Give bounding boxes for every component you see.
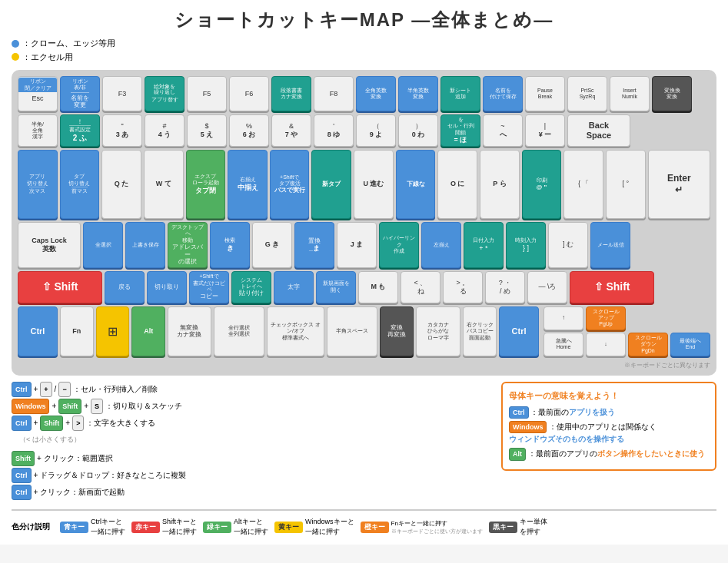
key-g[interactable]: G き [252, 222, 292, 268]
key-f8[interactable]: F8 [314, 76, 354, 111]
key-h[interactable]: 置換 _ま [294, 222, 334, 268]
key-home[interactable]: ↑ [544, 306, 583, 330]
key-comma[interactable]: < 、 ね [401, 271, 440, 303]
key-colon[interactable]: 時刻入力 } ] [506, 222, 546, 268]
cl-orange-desc: Fnキーと一緒に押す※キーボードごとに使い方が違います [391, 519, 483, 535]
key-q[interactable]: Q た [101, 150, 141, 219]
key-f12[interactable]: 名前を付けて保存 [483, 76, 523, 111]
yellow-dot [12, 53, 19, 61]
key-tab2[interactable]: タブ切り替え 前マス [60, 150, 100, 219]
key-3[interactable]: # 4 う [145, 114, 184, 147]
key-8[interactable]: （ 9 よ [356, 114, 396, 147]
key-e[interactable]: エクスプローラ起動 タブ閉 [186, 150, 226, 219]
key-f9[interactable]: 全角英数変換 [356, 76, 396, 111]
key-ctrl-right[interactable]: Ctrl [499, 306, 539, 356]
key-insert[interactable]: InsertNumIk [610, 76, 650, 111]
key-t[interactable]: +Shiftでタブ復活 バスで実行 [270, 150, 310, 219]
key-f10[interactable]: 半角英数変換 [398, 76, 438, 111]
key-pause[interactable]: PauseBreak [525, 76, 565, 111]
key-pgdn[interactable]: スクロールダウン PgDn [628, 333, 668, 356]
key-j[interactable]: J ま [337, 222, 377, 268]
key-f11[interactable]: 新シート追加 [440, 76, 480, 111]
shortcut-1: Ctrl + + / − ：セル・行列挿入／削除 [12, 382, 494, 397]
key-9[interactable]: ） 0 わ [398, 114, 438, 147]
key-minus[interactable]: ~ へ [483, 114, 523, 147]
key-capslock[interactable]: Caps Lock英数 [18, 222, 81, 268]
key-f2[interactable]: F3 [102, 76, 142, 111]
key-k[interactable]: ハイパーリンク作成 [379, 222, 419, 268]
key-f[interactable]: 検索 き [210, 222, 250, 268]
key-left[interactable]: 急騰へHome [544, 333, 583, 356]
key-f6[interactable]: F6 [229, 76, 269, 111]
key-x[interactable]: 切り取り [147, 271, 187, 303]
key-katakana[interactable]: カタカナひらがなローマ字 [416, 306, 460, 356]
key-u[interactable]: U 進む [354, 150, 394, 219]
key-o[interactable]: O に [437, 150, 477, 219]
key-p[interactable]: P ら [480, 150, 520, 219]
key-w[interactable]: W て [144, 150, 184, 219]
key-i[interactable]: 下線な [396, 150, 436, 219]
key-c[interactable]: +Shiftで書式だけコピペ コピー [189, 271, 229, 303]
key-space3[interactable]: 半角スペース [327, 306, 377, 356]
mk-ctrl: Ctrl [509, 406, 529, 419]
key-y[interactable]: 新タブ [311, 150, 351, 219]
key-bracket-close[interactable]: ] む [548, 222, 588, 268]
key-ctrl-left[interactable]: Ctrl [18, 306, 58, 356]
key-m[interactable]: M も [358, 271, 398, 303]
key-rightclick[interactable]: 右クリックバスコピー面面起動 [463, 306, 497, 356]
key-underscore[interactable]: ― \ろ [527, 271, 567, 303]
key-6[interactable]: & 7 や [271, 114, 311, 147]
key-b[interactable]: 太字 [274, 271, 314, 303]
key-backspace[interactable]: BackSpace [567, 114, 630, 147]
key-f5[interactable]: F5 [187, 76, 227, 111]
key-space2[interactable]: チェックボックス オン/オフ標準書式へ [267, 306, 324, 356]
key-s[interactable]: 上書き保存 [125, 222, 165, 268]
mk-alt: Alt [509, 448, 526, 460]
key-at[interactable]: 印刷 @ " [522, 150, 562, 219]
key-5[interactable]: % 6 お [229, 114, 269, 147]
key-f1[interactable]: リボン表/非 名前を変更 [60, 76, 100, 111]
key-7[interactable]: ' 8 ゆ [314, 114, 354, 147]
key-semicolon[interactable]: 日付入力 + * [464, 222, 504, 268]
key-space1[interactable]: 全行選択全列選択 [214, 306, 264, 356]
key-n[interactable]: 新規画面を開く [316, 271, 356, 303]
key-muhenkan[interactable]: 無変換カナ変換 [168, 306, 211, 356]
key-pgup[interactable]: スクロールアップ PgUp [586, 306, 626, 330]
key-down[interactable]: ↓ [586, 333, 626, 356]
key-end[interactable]: 最後端へEnd [670, 333, 710, 356]
key-zenkaku[interactable]: 半角/全角漢字 [18, 114, 58, 147]
key-z[interactable]: 戻る [105, 271, 145, 303]
key-delete[interactable]: 変換換変換 [652, 76, 692, 111]
key-mail[interactable]: メール送信 [590, 222, 630, 268]
key-0[interactable]: を セル・行列開鎖 = ほ [440, 114, 480, 147]
key-slash[interactable]: ? ・ / め [485, 271, 525, 303]
key-shift-left[interactable]: ⇧ Shift [18, 271, 102, 303]
key-2[interactable]: " 3 あ [102, 114, 142, 147]
key-bracket-l[interactable]: { 「 [563, 150, 603, 219]
key-a[interactable]: 全選択 [83, 222, 123, 268]
key-v[interactable]: システムトレイへ 貼り付け [231, 271, 271, 303]
key-f3[interactable]: 絵対象を繰り返し アプリ替す [145, 76, 184, 111]
key-d[interactable]: デスクトップへ移動 アドレスバーの選択 [168, 222, 208, 268]
key-period[interactable]: > 。 る [443, 271, 483, 303]
mother-key-ctrl: Ctrl ：最前面のアプリを扱う [509, 406, 709, 419]
key-caret[interactable]: | ¥ ー [525, 114, 565, 147]
cl-blue-desc: Ctrlキーと一緒に押す [91, 517, 125, 537]
key-henkan[interactable]: 変換再変換 [380, 306, 414, 356]
key-f7[interactable]: 段落書書カナ変換 [271, 76, 311, 111]
key-tab[interactable]: アプリ切り替え 次マス [18, 150, 58, 219]
blue-dot [12, 40, 19, 48]
key-enter[interactable]: Enter↵ [648, 150, 710, 219]
key-windows[interactable]: ⊞ [96, 306, 130, 356]
cl-green-desc: Altキーと一緒に押す [234, 517, 268, 537]
key-prtsc[interactable]: PrtScSyzRq [567, 76, 607, 111]
key-r[interactable]: 右揃え 中揃え [228, 150, 268, 219]
key-1[interactable]: ！ 書式設定 2 ふ [60, 114, 100, 147]
key-l[interactable]: 左揃え [421, 222, 461, 268]
key-alt[interactable]: Alt [131, 306, 165, 356]
key-shift-right[interactable]: ⇧ Shift [570, 271, 654, 303]
key-esc[interactable]: リボン閉／クリア Esc [18, 76, 58, 111]
key-fn[interactable]: Fn [60, 306, 94, 356]
key-bracket-r[interactable]: [ ° [606, 150, 646, 219]
key-4[interactable]: $ 5 え [187, 114, 227, 147]
